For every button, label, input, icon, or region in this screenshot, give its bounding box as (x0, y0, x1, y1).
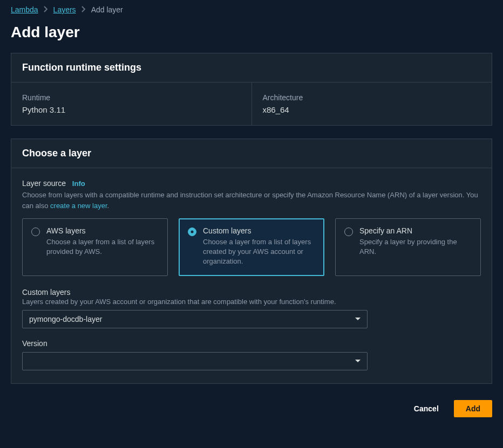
breadcrumb: Lambda Layers Add layer (0, 0, 503, 16)
layer-source-help: Choose from layers with a compatible run… (22, 190, 481, 211)
page-title: Add layer (0, 16, 503, 53)
version-label: Version (22, 339, 481, 348)
caret-down-icon (355, 360, 361, 362)
radio-custom-layers[interactable]: Custom layers Choose a layer from a list… (179, 218, 324, 276)
radio-aws-layers[interactable]: AWS layers Choose a layer from a list of… (22, 218, 168, 276)
breadcrumb-link-layers[interactable]: Layers (53, 5, 76, 14)
runtime-label: Runtime (22, 93, 241, 102)
custom-layers-selected-value: pymongo-docdb-layer (29, 315, 102, 323)
info-link[interactable]: Info (72, 180, 85, 188)
breadcrumb-link-lambda[interactable]: Lambda (11, 5, 38, 14)
page-actions: Cancel Add (0, 397, 503, 417)
runtime-value: Python 3.11 (22, 105, 241, 114)
create-new-layer-link[interactable]: create a new layer (50, 202, 107, 210)
architecture-value: x86_64 (263, 105, 481, 114)
chevron-right-icon (44, 5, 48, 14)
add-button[interactable]: Add (454, 400, 492, 417)
runtime-field: Runtime Python 3.11 (11, 82, 252, 125)
custom-layers-label: Custom layers (22, 288, 481, 297)
radio-title: Custom layers (203, 226, 315, 235)
custom-layers-select[interactable]: pymongo-docdb-layer (22, 310, 368, 328)
radio-title: Specify an ARN (359, 226, 472, 235)
architecture-label: Architecture (263, 93, 481, 102)
radio-icon (31, 228, 40, 236)
layer-source-radio-group: AWS layers Choose a layer from a list of… (22, 218, 481, 276)
radio-title: AWS layers (46, 226, 159, 235)
architecture-field: Architecture x86_64 (252, 82, 492, 125)
radio-icon (344, 228, 353, 236)
chevron-right-icon (81, 5, 86, 14)
custom-layers-help: Layers created by your AWS account or or… (22, 298, 481, 306)
caret-down-icon (355, 318, 361, 320)
breadcrumb-current: Add layer (91, 5, 123, 14)
runtime-settings-panel: Function runtime settings Runtime Python… (11, 53, 492, 126)
radio-icon (188, 228, 196, 236)
radio-desc: Choose a layer from a list of layers cre… (203, 237, 315, 267)
version-select[interactable] (22, 352, 368, 370)
choose-layer-heading: Choose a layer (22, 148, 481, 159)
radio-specify-arn[interactable]: Specify an ARN Specify a layer by provid… (335, 218, 481, 276)
radio-desc: Choose a layer from a list of layers pro… (46, 237, 159, 257)
layer-source-label: Layer source (22, 179, 66, 188)
runtime-settings-heading: Function runtime settings (22, 62, 481, 73)
cancel-button[interactable]: Cancel (406, 400, 446, 417)
radio-desc: Specify a layer by providing the ARN. (359, 237, 472, 257)
choose-layer-panel: Choose a layer Layer source Info Choose … (11, 139, 492, 384)
